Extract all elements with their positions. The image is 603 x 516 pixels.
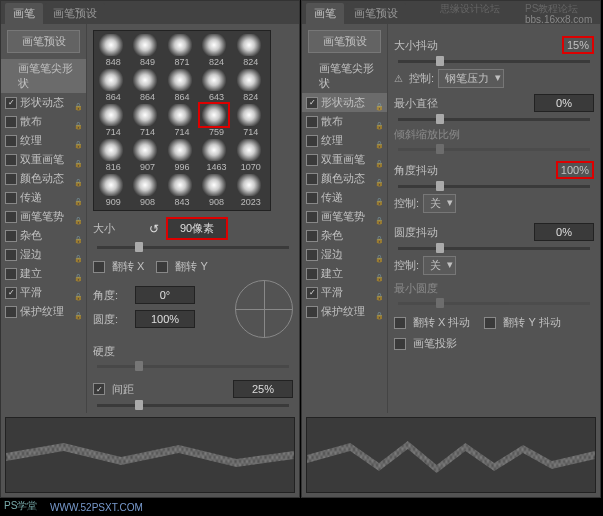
sidebar-item-10[interactable]: 建立 (302, 264, 387, 283)
sidebar-checkbox[interactable] (306, 154, 318, 166)
brush-thumb[interactable]: 864 (97, 69, 129, 102)
sidebar-item-4[interactable]: 双重画笔 (1, 150, 86, 169)
spacing-slider[interactable] (97, 404, 289, 407)
sidebar-checkbox[interactable] (306, 287, 318, 299)
brush-thumb[interactable]: 824 (200, 34, 232, 67)
sidebar-checkbox[interactable] (306, 97, 318, 109)
brush-thumb[interactable]: 816 (97, 139, 129, 172)
sidebar-item-8[interactable]: 杂色 (1, 226, 86, 245)
brush-thumb[interactable]: 871 (166, 34, 198, 67)
brush-thumb[interactable]: 1070 (235, 139, 267, 172)
reset-icon[interactable]: ↺ (149, 222, 159, 236)
angle-input[interactable]: 0° (135, 286, 195, 304)
sidebar-checkbox[interactable] (5, 268, 17, 280)
sidebar-item-2[interactable]: 散布 (302, 112, 387, 131)
brush-thumb[interactable]: 907 (131, 139, 163, 172)
size-input[interactable]: 90像素 (166, 217, 228, 240)
angle-jitter-value[interactable]: 100% (556, 161, 594, 179)
brush-thumb[interactable]: 908 (131, 174, 163, 207)
brush-thumb[interactable]: 1463 (200, 139, 232, 172)
brush-thumb[interactable]: 714 (97, 104, 129, 137)
brush-thumb[interactable]: 714 (235, 104, 267, 137)
round-jitter-slider[interactable] (398, 247, 590, 250)
sidebar-item-1[interactable]: 形状动态 (302, 93, 387, 112)
sidebar-item-12[interactable]: 保护纹理 (1, 302, 86, 321)
sidebar-item-6[interactable]: 传递 (1, 188, 86, 207)
brush-presets-button-r[interactable]: 画笔预设 (308, 30, 381, 53)
brush-thumb[interactable]: 848 (97, 34, 129, 67)
spacing-input[interactable]: 25% (233, 380, 293, 398)
brush-thumb[interactable]: 714 (131, 104, 163, 137)
control3-dropdown[interactable]: 关 (423, 256, 456, 275)
sidebar-checkbox[interactable] (306, 192, 318, 204)
sidebar-item-9[interactable]: 湿边 (1, 245, 86, 264)
sidebar-checkbox[interactable] (306, 306, 318, 318)
sidebar-item-7[interactable]: 画笔笔势 (1, 207, 86, 226)
brush-thumb[interactable]: 643 (200, 69, 232, 102)
sidebar-checkbox[interactable] (306, 173, 318, 185)
tab-brush-r[interactable]: 画笔 (306, 3, 344, 24)
roundness-input[interactable]: 100% (135, 310, 195, 328)
flip-y-jitter-checkbox[interactable] (484, 317, 496, 329)
tab-brush[interactable]: 画笔 (5, 3, 43, 24)
spacing-checkbox[interactable] (93, 383, 105, 395)
sidebar-checkbox[interactable] (5, 97, 17, 109)
sidebar-item-5[interactable]: 颜色动态 (1, 169, 86, 188)
sidebar-checkbox[interactable] (306, 116, 318, 128)
sidebar-item-3[interactable]: 纹理 (302, 131, 387, 150)
sidebar-item-10[interactable]: 建立 (1, 264, 86, 283)
sidebar-checkbox[interactable] (5, 287, 17, 299)
sidebar-item-5[interactable]: 颜色动态 (302, 169, 387, 188)
control2-dropdown[interactable]: 关 (423, 194, 456, 213)
sidebar-checkbox[interactable] (306, 249, 318, 261)
sidebar-item-3[interactable]: 纹理 (1, 131, 86, 150)
flip-x-checkbox[interactable] (93, 261, 105, 273)
brush-thumb[interactable]: 864 (166, 69, 198, 102)
brush-thumb[interactable]: 908 (200, 174, 232, 207)
sidebar-checkbox[interactable] (306, 230, 318, 242)
hardness-slider[interactable] (97, 365, 289, 368)
brush-thumb[interactable]: 909 (97, 174, 129, 207)
sidebar-checkbox[interactable] (5, 192, 17, 204)
sidebar-checkbox[interactable] (5, 249, 17, 261)
sidebar-item-0[interactable]: 画笔笔尖形状 (302, 59, 387, 93)
brush-presets-button[interactable]: 画笔预设 (7, 30, 80, 53)
control-dropdown[interactable]: 钢笔压力 (438, 69, 504, 88)
round-jitter-input[interactable]: 0% (534, 223, 594, 241)
brush-thumb[interactable]: 996 (166, 139, 198, 172)
flip-y-checkbox[interactable] (156, 261, 168, 273)
brush-thumb[interactable]: 824 (235, 34, 267, 67)
sidebar-checkbox[interactable] (306, 268, 318, 280)
min-diameter-slider[interactable] (398, 118, 590, 121)
min-diameter-input[interactable]: 0% (534, 94, 594, 112)
sidebar-checkbox[interactable] (5, 173, 17, 185)
angle-control-circle[interactable] (235, 280, 293, 338)
sidebar-item-8[interactable]: 杂色 (302, 226, 387, 245)
sidebar-item-0[interactable]: 画笔笔尖形状 (1, 59, 86, 93)
sidebar-checkbox[interactable] (5, 154, 17, 166)
sidebar-item-11[interactable]: 平滑 (1, 283, 86, 302)
sidebar-item-2[interactable]: 散布 (1, 112, 86, 131)
brush-thumb[interactable]: 2023 (235, 174, 267, 207)
brush-thumb[interactable]: 824 (235, 69, 267, 102)
sidebar-item-6[interactable]: 传递 (302, 188, 387, 207)
sidebar-checkbox[interactable] (5, 116, 17, 128)
sidebar-checkbox[interactable] (5, 306, 17, 318)
sidebar-checkbox[interactable] (306, 135, 318, 147)
angle-jitter-slider[interactable] (398, 185, 590, 188)
flip-x-jitter-checkbox[interactable] (394, 317, 406, 329)
sidebar-item-4[interactable]: 双重画笔 (302, 150, 387, 169)
sidebar-checkbox[interactable] (5, 211, 17, 223)
sidebar-checkbox[interactable] (5, 135, 17, 147)
sidebar-checkbox[interactable] (5, 230, 17, 242)
sidebar-item-1[interactable]: 形状动态 (1, 93, 86, 112)
brush-thumb[interactable]: 849 (131, 34, 163, 67)
sidebar-checkbox[interactable] (306, 211, 318, 223)
brush-thumb[interactable]: 759 (200, 104, 232, 137)
sidebar-item-9[interactable]: 湿边 (302, 245, 387, 264)
sidebar-item-11[interactable]: 平滑 (302, 283, 387, 302)
sidebar-item-12[interactable]: 保护纹理 (302, 302, 387, 321)
size-jitter-value[interactable]: 15% (562, 36, 594, 54)
sidebar-item-7[interactable]: 画笔笔势 (302, 207, 387, 226)
brush-thumb[interactable]: 864 (131, 69, 163, 102)
